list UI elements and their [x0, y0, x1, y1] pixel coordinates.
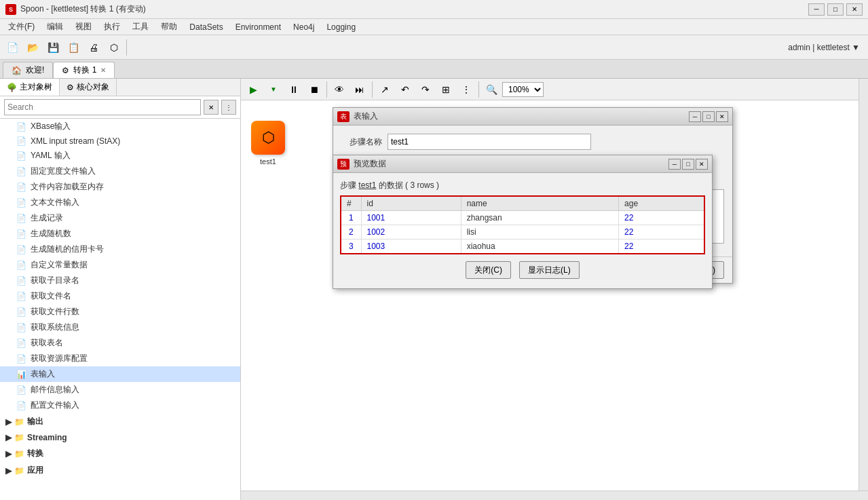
open-button[interactable]: 📂 — [23, 38, 42, 57]
menu-datasets[interactable]: DataSets — [184, 21, 228, 33]
list-item[interactable]: 📄 文件内容加载至内存 — [0, 179, 240, 195]
cell-row2-id: 1002 — [361, 225, 461, 239]
list-item[interactable]: 📄 生成随机的信用卡号 — [0, 242, 240, 257]
menu-logging[interactable]: Logging — [321, 21, 361, 33]
expand-icon: ▶ — [5, 466, 12, 476]
menu-execute[interactable]: 执行 — [98, 20, 126, 34]
save-as-button[interactable]: 📋 — [64, 38, 83, 57]
hop-button[interactable]: ↗ — [375, 80, 394, 99]
grid-button[interactable]: ⋮ — [457, 80, 476, 99]
preview-body: 步骤 test1 的数据 ( 3 rows ) # id name — [333, 173, 712, 288]
preview-titlebar: 预 预览数据 ─ □ ✕ — [333, 155, 712, 173]
preview-step-name[interactable]: test1 — [358, 180, 376, 190]
new-button[interactable]: 📄 — [3, 38, 22, 57]
run-button[interactable]: ▶ — [244, 80, 263, 99]
print-button[interactable]: 🖨 — [84, 38, 103, 57]
list-item[interactable]: 📄 获取子目录名 — [0, 273, 240, 288]
tab-welcome[interactable]: 🏠 欢迎! — [3, 62, 53, 78]
canvas-vscroll[interactable] — [858, 79, 868, 500]
table-input-close[interactable]: ✕ — [716, 111, 728, 122]
list-item[interactable]: 📄 XBase输入 — [0, 119, 240, 134]
cell-row2-name: lisi — [461, 225, 618, 239]
save-button[interactable]: 💾 — [43, 38, 62, 57]
pause-button[interactable]: ⏸ — [284, 80, 303, 99]
align-button[interactable]: ⊞ — [436, 80, 455, 99]
list-item[interactable]: 📄 获取资源库配置 — [0, 351, 240, 366]
category-streaming[interactable]: ▶ 📁 Streaming — [0, 430, 240, 445]
cell-row1-num: 1 — [341, 211, 361, 225]
table-row: 2 1002 lisi 22 — [341, 225, 704, 239]
zoom-button[interactable]: 🔍 — [482, 80, 501, 99]
canvas-area[interactable]: ▶ ▼ ⏸ ⏹ 👁 ⏭ ↗ ↶ ↷ ⊞ ⋮ 🔍 50%75%100%150%20… — [241, 79, 868, 500]
list-item[interactable]: 📄 生成随机数 — [0, 226, 240, 242]
list-item[interactable]: 📄 YAML 输入 — [0, 148, 240, 164]
preview-title: 预览数据 — [354, 158, 386, 170]
list-item[interactable]: 📄 获取文件行数 — [0, 304, 240, 320]
tab-close-button[interactable]: ✕ — [100, 66, 106, 74]
list-item[interactable]: 📄 文本文件输入 — [0, 195, 240, 210]
menu-neo4j[interactable]: Neo4j — [288, 21, 320, 33]
menu-view[interactable]: 视图 — [70, 20, 97, 34]
layers-button[interactable]: ⬡ — [105, 38, 124, 57]
window-title: Spoon - [kettletest] 转换 1 (有变动) — [20, 3, 146, 15]
search-clear-button[interactable]: ✕ — [204, 100, 219, 115]
file-icon: 📄 — [16, 182, 26, 192]
list-item[interactable]: 📄 获取表名 — [0, 335, 240, 351]
redo-button[interactable]: ↷ — [416, 80, 435, 99]
menu-tools[interactable]: 工具 — [127, 20, 154, 34]
canvas-hscroll[interactable] — [241, 491, 868, 500]
category-output[interactable]: ▶ 📁 输出 — [0, 413, 240, 430]
table-input-minimize[interactable]: ─ — [689, 111, 701, 122]
list-item[interactable]: 📄 配置文件输入 — [0, 398, 240, 413]
list-item[interactable]: 📄 邮件信息输入 — [0, 382, 240, 398]
table-input-maximize[interactable]: □ — [702, 111, 715, 122]
toolbar: 📄 📂 💾 📋 🖨 ⬡ admin | kettletest ▼ — [0, 35, 868, 60]
step-name-input[interactable] — [388, 134, 591, 150]
tab-welcome-label: 欢迎! — [26, 64, 44, 76]
close-preview-button[interactable]: 关闭(C) — [466, 261, 511, 279]
run-arrow-button[interactable]: ▼ — [264, 80, 283, 99]
folder-icon: 📁 — [14, 449, 24, 459]
app-icon: S — [5, 4, 16, 15]
preview-table: # id name age 1 1001 zhangsan 22 — [340, 195, 705, 254]
preview-minimize[interactable]: ─ — [668, 159, 681, 170]
file-icon: 📄 — [16, 167, 26, 176]
stop-button[interactable]: ⏹ — [305, 80, 324, 99]
preview-close[interactable]: ✕ — [696, 159, 708, 170]
expand-icon: ▶ — [5, 417, 12, 427]
list-item-table-input[interactable]: 📊 表输入 — [0, 366, 240, 382]
tab-transform[interactable]: ⚙ 转换 1 ✕ — [53, 62, 115, 78]
zoom-select[interactable]: 50%75%100%150%200% — [502, 82, 544, 97]
category-transform[interactable]: ▶ 📁 转换 — [0, 445, 240, 462]
file-icon: 📄 — [16, 323, 26, 332]
file-icon: 📄 — [16, 307, 26, 317]
menu-environment[interactable]: Environment — [230, 21, 286, 33]
menu-edit[interactable]: 编辑 — [41, 20, 69, 34]
list-item[interactable]: 📄 固定宽度文件输入 — [0, 164, 240, 179]
sidebar-content: 📄 XBase输入 📄 XML input stream (StAX) 📄 YA… — [0, 119, 240, 500]
list-item[interactable]: 📄 自定义常量数据 — [0, 257, 240, 273]
sidebar-tab-main[interactable]: 🌳 主对象树 — [0, 79, 60, 96]
maximize-button[interactable]: □ — [827, 3, 844, 16]
close-button[interactable]: ✕ — [846, 3, 863, 16]
step-forward-button[interactable]: ⏭ — [350, 80, 369, 99]
file-icon: 📄 — [16, 261, 26, 270]
menu-file[interactable]: 文件(F) — [3, 20, 40, 34]
list-item[interactable]: 📄 生成记录 — [0, 210, 240, 226]
show-log-button[interactable]: 显示日志(L) — [519, 261, 580, 279]
category-apply[interactable]: ▶ 📁 应用 — [0, 462, 240, 479]
canvas-step[interactable]: ⬡ test1 — [251, 121, 285, 166]
list-item[interactable]: 📄 XML input stream (StAX) — [0, 134, 240, 148]
undo-button[interactable]: ↶ — [396, 80, 415, 99]
menu-bar: 文件(F) 编辑 视图 执行 工具 帮助 DataSets Environmen… — [0, 19, 868, 35]
search-options-button[interactable]: ⋮ — [221, 100, 236, 115]
list-item[interactable]: 📄 获取系统信息 — [0, 320, 240, 335]
menu-help[interactable]: 帮助 — [155, 20, 183, 34]
list-item[interactable]: 📄 获取文件名 — [0, 288, 240, 304]
preview-maximize[interactable]: □ — [682, 159, 694, 170]
search-input[interactable] — [4, 99, 201, 115]
cell-row3-id: 1003 — [361, 239, 461, 254]
minimize-button[interactable]: ─ — [808, 3, 825, 16]
sidebar-tab-core[interactable]: ⚙ 核心对象 — [60, 79, 117, 96]
preview-button[interactable]: 👁 — [330, 80, 349, 99]
